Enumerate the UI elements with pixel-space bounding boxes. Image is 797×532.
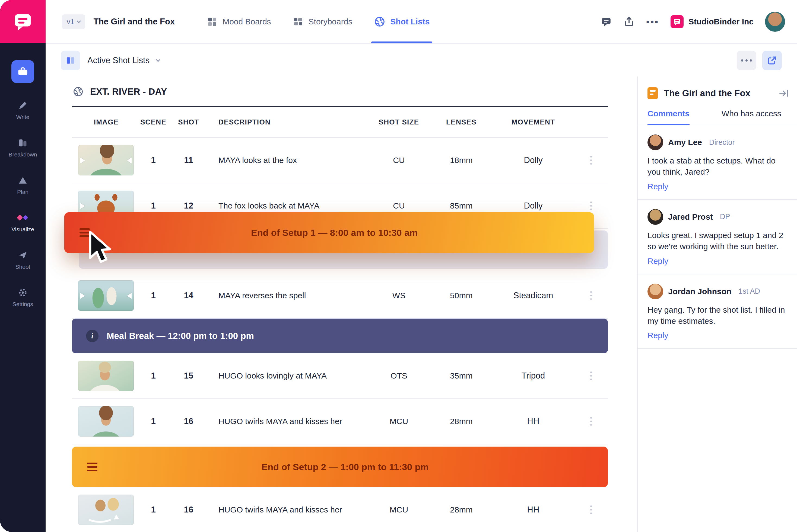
more-options-icon[interactable]: ••• xyxy=(646,17,659,27)
movement-value: Steadicam xyxy=(492,291,574,300)
studiobinder-logo[interactable] xyxy=(0,0,46,43)
row-kebab-menu[interactable] xyxy=(590,156,592,165)
shot-value: 16 xyxy=(172,505,205,515)
project-doc-icon xyxy=(648,87,658,99)
lens-value: 28mm xyxy=(430,505,492,514)
storyboard-thumbnail[interactable] xyxy=(78,145,134,175)
table-row[interactable]: 1 16 HUGO twirls MAYA and kisses her MCU… xyxy=(72,399,608,444)
pen-icon xyxy=(18,100,28,111)
storyboard-thumbnail[interactable] xyxy=(78,361,134,391)
sidebar-item-plan[interactable]: Plan xyxy=(17,175,29,195)
col-shot-size: SHOT SIZE xyxy=(368,118,430,126)
storyboard-thumbnail[interactable] xyxy=(78,280,134,311)
more-actions-button[interactable] xyxy=(737,51,756,70)
sidebar-item-settings[interactable]: Settings xyxy=(13,287,33,307)
movement-value: Tripod xyxy=(492,371,574,381)
movement-value: HH xyxy=(492,505,574,515)
row-kebab-menu[interactable] xyxy=(590,291,592,300)
scene-value: 1 xyxy=(134,417,172,426)
reply-link[interactable]: Reply xyxy=(648,331,668,340)
expand-panel-button[interactable] xyxy=(762,51,782,70)
comment-text: Hey gang. Ty for the shot list. I filled… xyxy=(648,304,787,327)
row-kebab-menu[interactable] xyxy=(590,202,592,210)
row-kebab-menu[interactable] xyxy=(590,372,592,380)
comment-author: Jordan Johnson xyxy=(668,287,731,296)
tab-storyboards[interactable]: Storyboards xyxy=(293,0,352,43)
tab-who-has-access[interactable]: Who has access xyxy=(722,109,781,125)
info-icon: i xyxy=(86,330,98,342)
panel-tabs: Comments Who has access xyxy=(638,109,797,125)
version-label: v1 xyxy=(67,18,74,26)
row-kebab-menu[interactable] xyxy=(590,417,592,426)
shotlist-table: IMAGE SCENE SHOT DESCRIPTION SHOT SIZE L… xyxy=(72,106,608,532)
description-value: The fox looks back at MAYA xyxy=(205,201,368,210)
lens-value: 18mm xyxy=(430,156,492,165)
table-row[interactable]: 1 11 MAYA looks at the fox CU 18mm Dolly xyxy=(72,138,608,183)
user-avatar[interactable] xyxy=(765,12,785,32)
drag-handle-icon[interactable] xyxy=(87,462,97,471)
row-kebab-menu[interactable] xyxy=(590,506,592,514)
comment-author: Jared Prost xyxy=(668,212,713,222)
comments-icon[interactable] xyxy=(600,16,612,27)
table-header-row: IMAGE SCENE SHOT DESCRIPTION SHOT SIZE L… xyxy=(72,106,608,138)
tab-comments[interactable]: Comments xyxy=(648,109,690,125)
collapse-panel-icon[interactable] xyxy=(779,88,789,98)
gear-icon xyxy=(18,287,28,298)
share-icon[interactable] xyxy=(623,16,635,27)
table-row[interactable]: 1 15 HUGO looks lovingly at MAYA OTS 35m… xyxy=(72,353,608,399)
end-of-setup-2-banner[interactable]: End of Setup 2 — 1:00 pm to 11:30 pm xyxy=(72,446,608,487)
col-shot: SHOT xyxy=(172,118,205,126)
org-switcher[interactable]: StudioBinder Inc xyxy=(671,15,754,28)
comment-item: Amy Lee Director I took a stab at the se… xyxy=(638,125,797,200)
sidebar-item-visualize[interactable]: Visualize xyxy=(12,213,34,233)
shot-size-value: WS xyxy=(368,291,430,300)
col-lenses: LENSES xyxy=(430,118,492,126)
comment-header: Jordan Johnson 1st AD xyxy=(648,284,787,299)
tab-mood-boards[interactable]: Mood Boards xyxy=(207,0,271,43)
setup-2-label: End of Setup 2 — 1:00 pm to 11:30 pm xyxy=(97,462,593,472)
sidebar-item-projects[interactable] xyxy=(12,60,34,83)
end-of-setup-1-banner-dragging[interactable]: End of Setup 1 — 8:00 am to 10:30 am xyxy=(64,212,594,253)
comment-role: DP xyxy=(720,213,730,221)
shotlist-toolbar: Active Shot Lists xyxy=(46,44,797,76)
scene-value: 1 xyxy=(134,201,172,211)
setup-1-label: End of Setup 1 — 8:00 am to 10:30 am xyxy=(90,228,579,238)
top-nav-tabs: Mood Boards Storyboards xyxy=(207,0,430,43)
sidebar-item-label: Breakdown xyxy=(8,151,37,158)
storyboard-thumbnail[interactable] xyxy=(78,406,134,437)
sidebar-item-breakdown[interactable]: Breakdown xyxy=(8,138,37,158)
sidebar-item-shoot[interactable]: Shoot xyxy=(16,250,31,270)
topbar-actions: ••• StudioBinder Inc xyxy=(600,12,785,32)
table-row[interactable]: 1 14 MAYA reverses the spell WS 50mm Ste… xyxy=(72,273,608,319)
meal-break-banner[interactable]: i Meal Break — 12:00 pm to 1:00 pm xyxy=(72,319,608,353)
breakdown-icon xyxy=(18,138,28,148)
app-window: Write Breakdown Plan Visualize xyxy=(0,0,797,532)
lens-value: 35mm xyxy=(430,371,492,380)
shot-size-value: CU xyxy=(368,156,430,165)
tab-shot-lists[interactable]: Shot Lists xyxy=(374,0,430,43)
briefcase-icon xyxy=(17,65,29,78)
storyboard-thumbnail[interactable] xyxy=(78,495,134,525)
description-value: HUGO twirls MAYA and kisses her xyxy=(205,505,368,514)
panel-title: The Girl and the Fox xyxy=(664,88,773,98)
movement-value: Dolly xyxy=(492,155,574,165)
comment-item: Jordan Johnson 1st AD Hey gang. Ty for t… xyxy=(638,274,797,349)
scene-heading: EXT. RIVER - DAY xyxy=(73,86,637,97)
comments-panel: The Girl and the Fox Comments Who has ac… xyxy=(637,76,797,532)
shotlist-view-dropdown[interactable]: Active Shot Lists xyxy=(87,56,160,65)
lens-value: 50mm xyxy=(430,291,492,300)
col-scene: SCENE xyxy=(134,118,172,126)
table-row[interactable]: 1 16 HUGO twirls MAYA and kisses her MCU… xyxy=(72,487,608,532)
view-layout-button[interactable] xyxy=(61,51,80,70)
version-dropdown[interactable]: v1 xyxy=(62,14,85,29)
reply-link[interactable]: Reply xyxy=(648,182,668,191)
toolbar-right-actions xyxy=(737,51,782,70)
comment-text: Looks great. I swapped setup 1 and 2 so … xyxy=(648,230,787,252)
shot-size-value: MCU xyxy=(368,417,430,426)
comment-item: Jared Prost DP Looks great. I swapped se… xyxy=(638,200,797,274)
reply-link[interactable]: Reply xyxy=(648,256,668,266)
view-dropdown-label: Active Shot Lists xyxy=(87,56,149,65)
scene-value: 1 xyxy=(134,505,172,515)
col-movement: MOVEMENT xyxy=(492,118,574,126)
sidebar-item-write[interactable]: Write xyxy=(16,100,30,120)
